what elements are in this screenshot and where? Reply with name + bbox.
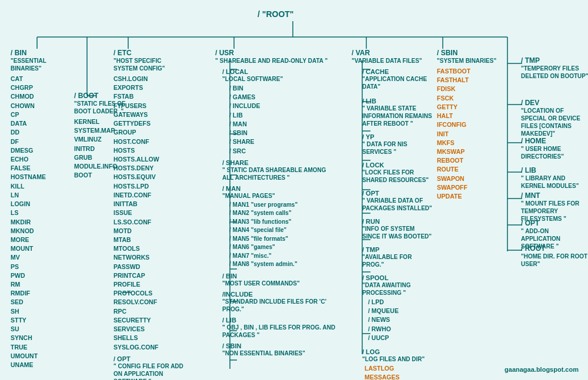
sbin-desc: "SYSTEM BINARIES" — [437, 57, 507, 65]
etc-opt-section: / OPT " CONFIG FILE FOR ADD ON APPLICATI… — [113, 355, 184, 380]
root-label: / "ROOT" — [258, 9, 294, 19]
etc-desc: "HOST SPECIFIC SYSTEM CONFIG" — [113, 57, 184, 72]
var-run: / RUN "INFO OF SYSTEM SINCE IT WAS BOOTE… — [362, 218, 434, 240]
lib-section: / LIB " LIBRARY AND KERNEL MODULES" — [521, 166, 588, 190]
bin-desc: "ESSENTIAL BINARIES" — [11, 57, 75, 72]
var-opt: / OPT " VARIABLE DATA OF PACKAGES INSTAL… — [362, 190, 434, 212]
root-home-section: / ROOT "HOME DIR. FOR ROOT USER" — [521, 244, 588, 268]
etc-section: / ETC "HOST SPECIFIC SYSTEM CONFIG" CSH.… — [113, 49, 184, 380]
usr-lib: / LIB " OBJ , BIN , LIB FILES FOR PROG. … — [222, 317, 339, 339]
var-lock: / LOCK "LOCK FILES FOR SHARED RESOURCES" — [362, 162, 434, 184]
bin-section: / BIN "ESSENTIAL BINARIES" CATCHGRPCHMOD… — [11, 49, 75, 369]
usr-local: / LOCAL "LOCAL SOFTWARE" / BIN/ GAMES/ I… — [222, 68, 339, 156]
watermark: gaanagaa.blogspot.com — [505, 366, 579, 373]
dev-section: / DEV "LOCATION OF SPECIAL OR DEVICE FIL… — [521, 99, 588, 137]
usr-desc: " SHAREABLE AND READ-ONLY DATA " — [215, 57, 339, 65]
tmp-section: / TMP "TEMPERORY FILES DELETED ON BOOTUP… — [521, 56, 588, 80]
home-section: / HOME " USER HOME DIRECTORIES" — [521, 137, 588, 160]
var-desc: "VARIABLE DATA FILES" — [352, 57, 434, 65]
usr-section: / USR " SHAREABLE AND READ-ONLY DATA " /… — [215, 49, 339, 357]
usr-include: /INCLUDE "STANDARD INCLUDE FILES FOR 'C'… — [222, 291, 339, 313]
var-tmp: / TMP "AVAILABLE FOR PROG." — [362, 246, 434, 268]
usr-share: / SHARE " STATIC DATA SHAREABLE AMONG AL… — [222, 159, 339, 181]
var-dir: / VAR — [352, 49, 434, 57]
bin-files: CATCHGRPCHMODCHOWNCPDATADDDFDMESGECHOFAL… — [11, 75, 75, 369]
usr-dir: / USR — [215, 49, 339, 57]
sbin-section: / SBIN "SYSTEM BINARIES" FASTBOOTFASTHAL… — [437, 49, 507, 201]
var-cache: / CACHE "APPLICATION CACHE DATA" — [362, 68, 434, 90]
sbin-files: FASTBOOTFASTHALTFDISKFSCKGETTYHALTIFCONF… — [437, 67, 507, 201]
var-lib: / LIB " VARIABLE STATE INFORMATION REMAI… — [362, 97, 434, 127]
bin-dir: / BIN — [11, 49, 75, 57]
var-section: / VAR "VARIABLE DATA FILES" / CACHE "APP… — [352, 49, 434, 380]
var-log: / LOG "LOG FILES AND DIR" LASTLOGMESSAGE… — [362, 348, 434, 380]
sbin-dir: / SBIN — [437, 49, 507, 57]
usr-man: / MAN "MANUAL PAGES" / MAN1 "user progra… — [222, 185, 339, 269]
etc-dir: / ETC — [113, 49, 184, 57]
usr-bin: / BIN "MOST USER COMMANDS" — [222, 273, 339, 287]
mnt-section: / MNT " MOUNT FILES FOR TEMPORERY FILESY… — [521, 191, 588, 223]
var-spool: / SPOOL "DATA AWAITING PROCESSING " / LP… — [362, 274, 434, 342]
var-yp: / YP " DATA FOR NIS SERVICES " — [362, 133, 434, 156]
etc-files: CSH.LOGINEXPORTSFSTABFTPUSERSGATEWAYSGET… — [113, 75, 184, 352]
usr-sbin: / SBIN "NON ESSENTIAL BINARIES" — [222, 342, 339, 357]
